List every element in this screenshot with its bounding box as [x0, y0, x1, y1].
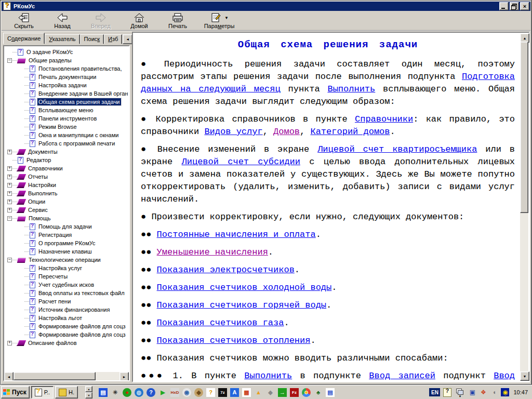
tree-horizontal-scrollbar[interactable]: ◄ ► [4, 372, 129, 380]
content-link[interactable]: Лицевой счет субсидии [182, 157, 300, 167]
tree-item[interactable]: Формирование файлов для соцз [5, 330, 128, 339]
scroll-down-icon[interactable]: ▼ [85, 392, 92, 398]
content-link-visited[interactable]: Домов [273, 127, 300, 137]
language-indicator[interactable]: EN [429, 388, 440, 396]
collapse-icon[interactable]: − [7, 58, 12, 63]
home-button[interactable]: Домой [120, 12, 158, 31]
gear-icon[interactable]: ✳ [111, 388, 119, 397]
tree-item[interactable]: Настройка услуг [5, 264, 128, 272]
filezilla-icon[interactable]: Fz [290, 388, 299, 397]
tree-item[interactable]: Расчет пени [5, 297, 128, 305]
tree-item[interactable]: Общая схема решения задачи [5, 98, 128, 106]
minimize-button[interactable] [499, 2, 509, 10]
tree-item[interactable]: +Настройки [5, 181, 128, 189]
notes-icon[interactable]: ▤ [326, 388, 335, 397]
tree-item[interactable]: Учет судебных исков [5, 281, 128, 289]
grid-icon[interactable]: ▦ [242, 388, 251, 397]
window-switcher-icon[interactable]: ▼ [456, 388, 464, 396]
tree-item[interactable]: Настройка льгот [5, 314, 128, 322]
box-icon[interactable]: ◆ [266, 388, 275, 397]
map-globe-icon[interactable]: ◆ [194, 388, 203, 397]
content-link[interactable]: Лицевой счет квартиросъемщика [317, 144, 477, 154]
tree-item[interactable]: Всплывающее меню [5, 106, 128, 114]
content-link[interactable]: Показания счетчиков газа [157, 318, 284, 328]
volume-icon[interactable]: ◖ [490, 388, 498, 396]
tree-item[interactable]: +Описание файлов [5, 339, 128, 347]
tree-item[interactable]: −Общие разделы [5, 56, 128, 64]
scroll-right-icon[interactable]: ► [119, 372, 129, 381]
tree-item[interactable]: +Документы [5, 148, 128, 156]
content-link[interactable]: Выполнить [327, 84, 375, 94]
network-icon[interactable]: ▣ [468, 388, 476, 396]
content-link[interactable]: Постоянные начисления и оплата [157, 230, 316, 240]
tree-item[interactable]: +Сервис [5, 206, 128, 214]
tab-search[interactable]: Поиск [80, 34, 104, 44]
tree-item[interactable]: +Справочники [5, 164, 128, 172]
tree-icon[interactable]: ♣ [314, 388, 323, 397]
titlebar[interactable]: РКомУс × [2, 2, 530, 11]
tree-item[interactable]: Помощь для задачи [5, 222, 128, 231]
aimp-icon[interactable]: A [230, 388, 239, 397]
tree-item[interactable]: Окна и манипуляции с окнами [5, 131, 128, 139]
tree-item[interactable]: Редактор [5, 156, 128, 164]
fox-icon[interactable]: ▲ [254, 388, 263, 397]
forward-button[interactable]: Вперед [82, 12, 120, 31]
tree-scroll-thumb[interactable] [14, 372, 96, 380]
back-button[interactable]: Назад [43, 12, 82, 31]
tab-favorites[interactable]: Изб [104, 34, 122, 44]
scroll-down-icon[interactable]: ▼ [520, 371, 529, 381]
tree-item[interactable]: Работа с программой печати [5, 139, 128, 148]
taskbar-clock[interactable]: 10:47 [512, 389, 531, 395]
content-vertical-scrollbar[interactable]: ▲ ▼ [520, 33, 528, 381]
expand-icon[interactable]: + [7, 341, 12, 345]
expand-icon[interactable]: + [7, 166, 12, 171]
tray-help-icon[interactable] [443, 388, 451, 397]
office-books-icon[interactable]: ▤ [99, 388, 108, 397]
quicklaunch-scroller[interactable]: ▲ ▼ [85, 386, 92, 398]
antivirus-orb-icon[interactable]: ● [123, 388, 131, 397]
tree-item[interactable]: О задаче РКомУс [5, 48, 128, 56]
help-file-icon[interactable]: ? [206, 388, 215, 397]
expand-icon[interactable]: + [7, 150, 12, 154]
tree-item[interactable]: Ввод оплаты из текстовых файл [5, 289, 128, 297]
help-circle-icon[interactable]: ? [147, 388, 155, 397]
chrome-icon[interactable] [302, 388, 311, 397]
taskbar-task-other[interactable]: Н. [55, 386, 78, 398]
expand-icon[interactable]: + [7, 191, 12, 196]
disc-icon[interactable]: ◉ [182, 388, 191, 397]
content-link[interactable]: Показания электросчетчиков [157, 265, 295, 275]
restore-button[interactable] [510, 2, 519, 10]
tree-item[interactable]: Внедрение задачи в Вашей орган [5, 89, 128, 98]
tab-contents[interactable]: Содержание [3, 33, 45, 44]
tree-item[interactable]: +Отчеты [5, 172, 128, 181]
tree-item[interactable]: Постановления правительства, [5, 64, 128, 73]
content-link-visited[interactable]: Уменьшение начисления [157, 247, 268, 257]
green-arrow-icon[interactable]: → [278, 388, 287, 397]
tree-item[interactable]: −Технологические операции [5, 256, 128, 264]
tree-item[interactable]: Настройка задачи [5, 81, 128, 89]
expand-icon[interactable]: + [7, 183, 12, 188]
hxd-icon[interactable]: HxD [170, 388, 179, 397]
content-link[interactable]: Показания счетчиков отопления [157, 336, 311, 345]
hide-button[interactable]: Скрыть [5, 12, 43, 31]
tree-item[interactable]: Печать документации [5, 73, 128, 81]
tree-item[interactable]: +Опции [5, 197, 128, 206]
collapse-icon[interactable]: − [7, 216, 12, 221]
expand-icon[interactable]: + [7, 208, 12, 212]
content-link[interactable]: Выполнить [244, 371, 292, 381]
tree-item[interactable]: Формирование файлов для соцз [5, 322, 128, 330]
radio-signal-icon[interactable]: ◉ [501, 388, 509, 396]
taskbar-task-help[interactable]: Р.. [31, 386, 54, 398]
tree-item[interactable]: О программе РКомУс [5, 239, 128, 247]
tab-index[interactable]: Указатель [45, 34, 79, 44]
7zip-icon[interactable]: 7z [218, 388, 227, 397]
content-link[interactable]: Категорий домов [310, 127, 390, 137]
tree-item[interactable]: Назначение клавиш [5, 247, 128, 256]
content-link[interactable]: Показания счетчиков холодной воды [157, 283, 332, 292]
scroll-left-icon[interactable]: ◄ [4, 372, 14, 381]
tree-item[interactable]: +Выполнить [5, 189, 128, 197]
content-link[interactable]: Ввод записей [369, 371, 435, 381]
content-link[interactable]: Справочники [355, 114, 413, 124]
content-link[interactable]: Показания счетчиков горячей воды [157, 300, 326, 310]
tree-item[interactable]: −Помощь [5, 214, 128, 222]
